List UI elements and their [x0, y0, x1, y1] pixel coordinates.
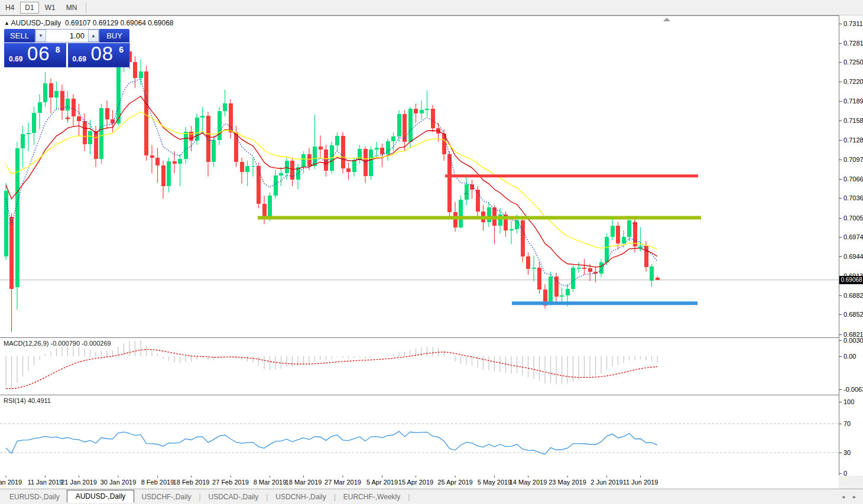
price-axis-label: 0.70360 [843, 194, 863, 201]
candle [599, 259, 604, 277]
candle [403, 110, 407, 151]
volume-increase-button[interactable]: ▲ [88, 30, 99, 42]
chart-tab-usdcnh[interactable]: USDCNH-,Daily [268, 491, 333, 503]
ohlc-high: 0.69129 [93, 19, 118, 27]
volume-input[interactable] [46, 30, 88, 42]
time-axis-label: 25 Apr 2019 [437, 479, 472, 486]
rsi-label: RSI(14) 40.4911 [4, 397, 51, 404]
volume-decrease-button[interactable]: ▼ [35, 30, 46, 42]
candle [178, 154, 182, 186]
chart-shift-marker-icon[interactable] [663, 18, 670, 21]
price-axis-label-tick [839, 62, 842, 63]
chart-tab-usdchf[interactable]: USDCHF-,Daily [134, 491, 198, 503]
candle [554, 273, 559, 304]
tab-separator: | [334, 493, 336, 501]
macd-axis-label: -0.006311 [843, 386, 863, 393]
candle [38, 95, 42, 129]
rsi-chart [0, 395, 839, 475]
candle [15, 142, 20, 310]
candle [21, 126, 25, 167]
candle [431, 105, 435, 132]
one-click-trading-panel: SELL ▼ ▲ BUY 0.69 06 8 0.69 08 6 [4, 29, 129, 67]
sell-price-big: 06 [27, 43, 50, 65]
sell-price-button[interactable]: 0.69 06 8 [4, 43, 66, 67]
time-axis-label: 27 Feb 2019 [212, 479, 249, 486]
candle [144, 66, 148, 161]
candle [245, 161, 249, 186]
buy-price-button[interactable]: 0.69 08 6 [68, 43, 130, 67]
candle [285, 158, 289, 180]
candle [537, 262, 541, 294]
moving-average-14 [6, 96, 657, 267]
rsi-axis-label: 100 [843, 398, 854, 405]
tab-separator: | [199, 493, 200, 501]
timeframe-button-w1[interactable]: W1 [40, 2, 60, 14]
candle [32, 107, 36, 145]
rsi-axis-label-tick [839, 424, 842, 424]
one-click-collapse-icon[interactable]: ▲ [4, 20, 9, 26]
buy-button[interactable]: BUY [99, 29, 129, 43]
chart-tab-eurchf[interactable]: EURCHF-,Weekly [336, 491, 407, 503]
macd-axis-label: 0.00 [843, 353, 856, 360]
candle [133, 56, 137, 88]
price-axis-label-tick [839, 314, 842, 315]
candle [60, 84, 64, 119]
candle [77, 104, 81, 136]
price-axis-label-tick [839, 334, 842, 335]
timeframe-button-mn[interactable]: MN [61, 2, 82, 14]
timeframe-button-h4[interactable]: H4 [1, 2, 19, 14]
time-axis-label: 5 Apr 2019 [366, 479, 398, 486]
time-axis-label: 2 Jan 2019 [0, 479, 22, 486]
time-axis-label: 11 Jun 2019 [623, 479, 658, 486]
candle [240, 158, 244, 184]
candle [161, 161, 166, 199]
candle [290, 158, 294, 186]
price-axis-label: 0.70050 [843, 214, 863, 222]
time-axis-label: 21 Jan 2019 [61, 479, 97, 486]
time-axis-label: 15 Apr 2019 [398, 479, 433, 486]
ohlc-close: 0.69068 [148, 19, 173, 27]
time-axis[interactable]: 2 Jan 201911 Jan 201921 Jan 201930 Jan 2… [0, 476, 839, 489]
time-axis-label: 23 May 2019 [549, 479, 586, 486]
candle [447, 151, 452, 218]
chart-tab-eurusd[interactable]: EURUSD-,Daily [2, 491, 67, 503]
price-scale[interactable]: 0.731150.728100.725050.722000.718900.715… [839, 15, 863, 476]
timeframe-button-d1[interactable]: D1 [20, 2, 38, 14]
symbol-name: AUDUSD-,Daily [11, 19, 61, 27]
candle [335, 132, 339, 151]
rsi-panel[interactable]: RSI(14) 40.4911 [0, 395, 839, 477]
time-axis-label: 2 Jun 2019 [591, 479, 622, 486]
tab-scroll-right-icon[interactable]: ▸ [853, 493, 856, 500]
candle [296, 164, 300, 189]
tab-scroll-left-icon[interactable]: ◂ [842, 493, 845, 500]
candle [346, 162, 351, 180]
price-axis-label-tick [839, 198, 842, 199]
candle [605, 233, 609, 265]
candle [386, 139, 390, 161]
macd-axis-label-tick [839, 356, 842, 357]
macd-panel[interactable]: MACD(12,26,9) -0.000790 -0.000269 [0, 337, 839, 396]
time-axis-label: 8 Mar 2019 [254, 479, 287, 486]
candle [364, 146, 368, 183]
sell-button[interactable]: SELL [4, 29, 35, 43]
time-axis-label: 11 Jan 2019 [28, 479, 63, 486]
mt4-window: H4D1W1MN ▲ AUDUSD-,Daily 0.69107 0.69129… [0, 0, 863, 504]
candle [470, 180, 474, 199]
candle [459, 196, 463, 229]
price-chart-panel[interactable]: ▲ AUDUSD-,Daily 0.69107 0.69129 0.69064 … [0, 15, 839, 339]
moving-average-6 [6, 79, 657, 287]
candle [279, 167, 283, 186]
chart-tab-audusd[interactable]: AUDUSD-,Daily [67, 490, 135, 503]
candle [262, 196, 267, 224]
rsi-axis-label-tick [839, 473, 842, 474]
price-axis-label-tick [839, 160, 842, 160]
candle [218, 107, 222, 145]
candle [650, 264, 654, 287]
chart-tab-usdcad[interactable]: USDCAD-,Daily [202, 491, 266, 503]
macd-axis-label-tick [839, 389, 842, 390]
candle [229, 99, 233, 138]
candle [223, 90, 227, 116]
buy-price-big: 08 [91, 43, 114, 65]
candle [9, 213, 14, 331]
price-axis-label-tick [839, 237, 842, 238]
